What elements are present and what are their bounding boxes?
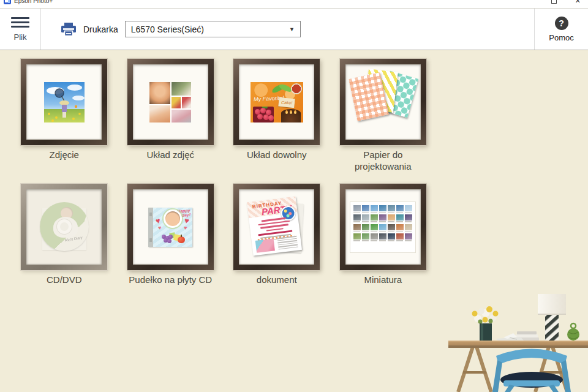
tile-uklad-dowolny[interactable]: My Favorite! Cake! — [224, 59, 330, 184]
help-button[interactable]: ? Pomoc — [534, 9, 588, 50]
tile-frame — [340, 59, 426, 145]
tile-frame: Rio's Diary — [21, 184, 107, 270]
baby-photo-circle — [164, 209, 182, 228]
miniatura-thumbnail — [362, 224, 369, 232]
toolbar: Plik Drukarka L6570 Series(Sieć) ▼ ? Pom… — [0, 9, 588, 50]
miniatura-thumbnail — [388, 205, 395, 213]
miniatura-thumbnail — [396, 214, 404, 222]
desk-illustration — [428, 287, 588, 392]
titlebar: Epson Photo+ ✕ — [0, 0, 588, 9]
cd-case-cover: Happy birth day! ♥ ♥ ♥ ♥ — [153, 208, 192, 247]
tile-grid: Zdjęcie — [11, 59, 436, 309]
collage-photo — [172, 97, 181, 108]
tile-mat: My Favorite! Cake! — [239, 64, 314, 140]
tile-papier-do-projektowania[interactable]: Papier do projektowania — [330, 59, 437, 184]
tile-label: Układ dowolny — [247, 149, 307, 161]
main-area: Zdjęcie — [0, 50, 588, 392]
tile-frame — [21, 59, 107, 145]
miniatura-thumbnail — [371, 233, 378, 241]
tile-uklad-zdjec[interactable]: Układ zdjęć — [118, 59, 224, 184]
miniatura-thumbnail — [353, 205, 361, 213]
tile-label: Układ zdjęć — [146, 149, 194, 161]
printer-select-dropdown[interactable]: L6570 Series(Sieć) ▼ — [125, 21, 301, 37]
printer-icon — [61, 22, 77, 37]
tile-mat — [26, 64, 102, 140]
heart-icon: ♥ — [158, 224, 162, 231]
help-icon: ? — [555, 17, 568, 30]
tile-frame — [340, 184, 426, 270]
tile-mat — [345, 189, 421, 265]
help-label: Pomoc — [549, 33, 573, 42]
miniatura-thumbnail — [396, 224, 404, 232]
tile-frame: My Favorite! Cake! — [233, 59, 320, 145]
miniatura-thumb-grid — [353, 205, 412, 241]
miniatura-thumbnail — [379, 233, 386, 241]
tile-mat: Happy birth day! ♥ ♥ ♥ ♥ — [133, 189, 208, 265]
window-controls: ✕ — [551, 0, 584, 4]
tile-label: CD/DVD — [47, 274, 82, 286]
desk-top — [448, 341, 588, 348]
close-button-icon[interactable]: ✕ — [575, 0, 581, 4]
raspberries-decoration — [253, 107, 274, 123]
miniatura-thumbnail — [371, 205, 378, 213]
tile-mat — [345, 64, 421, 140]
tile-pudelko-na-plyty-cd[interactable]: Happy birth day! ♥ ♥ ♥ ♥ — [118, 184, 224, 309]
tile-dokument[interactable]: BIRTHDAY PARTY — [224, 184, 330, 309]
collage-photo — [172, 82, 191, 96]
miniatura-thumbnail — [379, 214, 386, 222]
free-layout-preview-art: My Favorite! Cake! — [251, 82, 303, 123]
miniatura-thumbnail — [405, 205, 412, 213]
cd-case-preview-art: Happy birth day! ♥ ♥ ♥ ♥ — [147, 205, 194, 249]
tile-label: Papier do projektowania — [334, 149, 431, 173]
collage-preview-art — [149, 82, 191, 123]
miniatura-thumbnail — [388, 233, 395, 241]
miniatura-thumbnail — [379, 224, 386, 232]
miniatura-thumbnail — [353, 233, 361, 241]
tile-zdjecie[interactable]: Zdjęcie — [11, 59, 118, 184]
miniatura-thumbnail — [379, 205, 386, 213]
party-flyer: BIRTHDAY PARTY — [247, 196, 302, 255]
cd-center-hole — [57, 219, 72, 234]
tile-mat: BIRTHDAY PARTY — [239, 189, 314, 265]
file-menu-button[interactable]: Plik — [0, 9, 41, 50]
flower-vase — [472, 306, 499, 341]
miniatura-thumbnail — [388, 224, 395, 232]
tile-cd-dvd[interactable]: Rio's Diary CD/DVD — [11, 184, 118, 309]
maximize-button-icon[interactable] — [551, 0, 557, 4]
cd-disc: Rio's Diary — [40, 202, 89, 251]
grapes-decoration — [162, 235, 173, 243]
collage-photo — [172, 110, 191, 123]
printer-group: Drukarka L6570 Series(Sieć) ▼ — [61, 9, 301, 50]
printer-label: Drukarka — [83, 24, 118, 34]
flyer-photo — [255, 238, 274, 253]
miniatura-thumbnail — [362, 214, 369, 222]
miniatura-thumbnail — [405, 233, 412, 241]
cake-note: Cake! — [278, 97, 295, 108]
chevron-down-icon: ▼ — [289, 26, 295, 32]
hamburger-icon — [11, 17, 29, 28]
tile-miniatura[interactable]: Miniatura — [330, 184, 437, 309]
tile-frame: Happy birth day! ♥ ♥ ♥ ♥ — [127, 184, 214, 270]
design-paper-preview-art — [345, 64, 421, 140]
tile-mat: Rio's Diary — [26, 189, 102, 265]
knit-ball — [567, 323, 579, 341]
dish-decoration — [291, 83, 302, 94]
collage-photo — [182, 97, 191, 108]
printer-select-value: L6570 Series(Sieć) — [131, 24, 204, 34]
miniatura-thumbnail — [353, 214, 361, 222]
tile-label: Pudełko na płyty CD — [129, 274, 212, 286]
file-menu-label: Plik — [14, 32, 27, 42]
cd-preview-art: Rio's Diary — [37, 201, 91, 254]
miniatura-thumbnail — [405, 214, 412, 222]
app-icon — [4, 0, 11, 4]
tile-mat — [133, 64, 208, 140]
miniatura-thumbnail — [353, 224, 361, 232]
miniatura-thumbnail — [362, 233, 369, 241]
desk-lamp — [538, 294, 566, 341]
miniatura-thumbnail — [396, 205, 404, 213]
cake-decoration — [281, 109, 301, 123]
tile-frame — [127, 59, 214, 145]
tile-label: Miniatura — [364, 274, 402, 286]
apple-decoration — [178, 236, 185, 243]
window-title: Epson Photo+ — [14, 0, 53, 4]
